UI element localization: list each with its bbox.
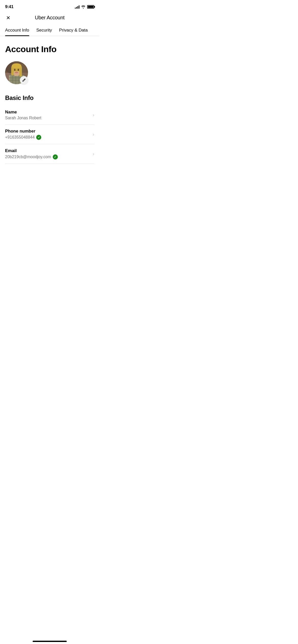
email-row[interactable]: Email 20b219cb@moodjoy.com ✓ › bbox=[5, 144, 94, 164]
avatar-container bbox=[5, 61, 28, 84]
battery-icon bbox=[87, 5, 94, 9]
name-content: Name Sarah Jonas Robert bbox=[5, 110, 93, 120]
phone-content: Phone number +916355048844 ✓ bbox=[5, 129, 93, 140]
phone-value: +916355048844 ✓ bbox=[5, 135, 93, 140]
svg-point-16 bbox=[12, 63, 21, 68]
page-title: Uber Account bbox=[35, 15, 64, 21]
close-button[interactable]: ✕ bbox=[5, 14, 11, 22]
email-chevron-icon: › bbox=[93, 151, 94, 157]
status-bar: 9:41 bbox=[0, 0, 99, 12]
email-check-icon: ✓ bbox=[54, 156, 56, 158]
phone-check-icon: ✓ bbox=[38, 136, 40, 139]
phone-chevron-icon: › bbox=[93, 132, 94, 137]
wifi-icon bbox=[81, 5, 86, 9]
name-value: Sarah Jonas Robert bbox=[5, 116, 93, 120]
phone-verified-badge: ✓ bbox=[36, 135, 41, 140]
svg-rect-14 bbox=[11, 68, 14, 75]
tabs-container: Account Info Security Privacy & Data bbox=[0, 25, 99, 36]
section-heading: Account Info bbox=[5, 44, 94, 54]
status-time: 9:41 bbox=[5, 4, 13, 9]
phone-row[interactable]: Phone number +916355048844 ✓ › bbox=[5, 125, 94, 144]
tab-security[interactable]: Security bbox=[36, 25, 52, 36]
content-area: Account Info bbox=[0, 36, 99, 164]
tab-account-info[interactable]: Account Info bbox=[5, 25, 29, 36]
name-row[interactable]: Name Sarah Jonas Robert › bbox=[5, 106, 94, 125]
svg-line-21 bbox=[24, 79, 25, 80]
phone-label: Phone number bbox=[5, 129, 93, 134]
name-label: Name bbox=[5, 110, 93, 115]
email-content: Email 20b219cb@moodjoy.com ✓ bbox=[5, 148, 93, 159]
status-icons bbox=[75, 5, 94, 9]
basic-info-heading: Basic Info bbox=[5, 94, 94, 101]
edit-avatar-button[interactable] bbox=[20, 76, 28, 84]
tab-privacy-data[interactable]: Privacy & Data bbox=[59, 25, 88, 36]
svg-rect-15 bbox=[19, 68, 22, 77]
svg-point-19 bbox=[16, 71, 17, 72]
svg-point-17 bbox=[14, 69, 16, 71]
name-chevron-icon: › bbox=[93, 112, 94, 118]
email-verified-badge: ✓ bbox=[53, 154, 58, 159]
edit-icon bbox=[22, 78, 26, 82]
email-label: Email bbox=[5, 148, 93, 153]
svg-point-18 bbox=[18, 69, 19, 71]
email-value: 20b219cb@moodjoy.com ✓ bbox=[5, 154, 93, 159]
signal-icon bbox=[75, 5, 79, 9]
nav-bar: ✕ Uber Account bbox=[0, 12, 99, 25]
